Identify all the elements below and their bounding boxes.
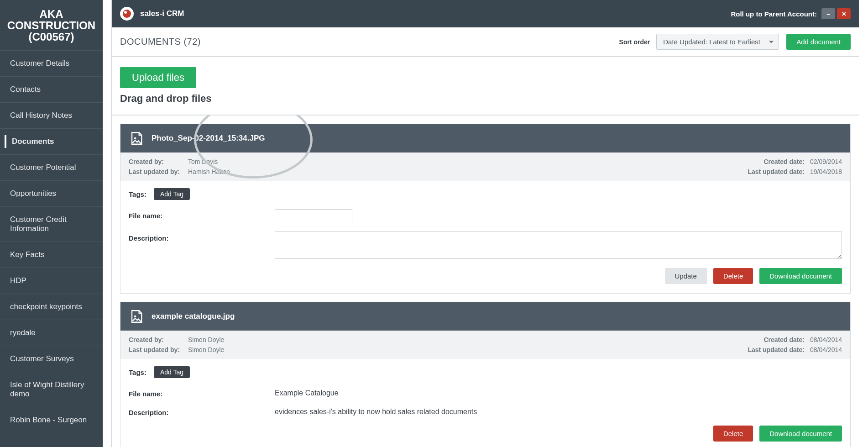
sidebar-item-opportunities[interactable]: Opportunities [0,180,103,206]
section-header: DOCUMENTS (72) Sort order Date Updated: … [112,27,859,57]
add-tag-button[interactable]: Add Tag [154,366,190,378]
image-file-icon [129,131,144,146]
created-by-label: Created by: [129,336,188,343]
sidebar-item-key-facts[interactable]: Key Facts [0,242,103,268]
sidebar-item-hdp[interactable]: HDP [0,268,103,294]
updated-by-label: Last updated by: [129,168,188,175]
rollup-collapse-button[interactable]: – [821,8,835,19]
brand-logo-icon [120,7,134,21]
sidebar-item-isle-of-wight-distillery-demo[interactable]: Isle of Wight Distillery demo [0,372,103,407]
created-by-value: Simon Doyle [188,336,224,343]
sidebar-item-robin-bone-surgeon[interactable]: Robin Bone - Surgeon [0,407,103,433]
file-name-label: File name: [129,209,275,223]
pane-divider [103,0,112,447]
tags-label: Tags: [129,368,146,376]
sort-order-select[interactable]: Date Updated: Latest to Earliest [656,34,779,50]
document-card: Photo_Sep-02-2014_15:34.JPG Created by: … [120,124,851,294]
created-by-label: Created by: [129,158,188,165]
created-date-label: Created date: [748,336,804,343]
created-by-value: Tom Davis [188,158,230,165]
document-title: example catalogue.jpg [152,312,235,321]
section-title: DOCUMENTS (72) [120,37,201,47]
sort-order-select-wrap: Date Updated: Latest to Earliest [656,34,779,50]
sidebar-nav: Customer DetailsContactsCall History Not… [0,50,103,433]
upload-files-button[interactable]: Upload files [120,67,196,88]
file-name-label: File name: [129,387,275,398]
sidebar-item-call-history-notes[interactable]: Call History Notes [0,102,103,128]
delete-button[interactable]: Delete [713,268,753,284]
updated-by-value: Hamish Halton [188,168,230,175]
brand-name: sales-i CRM [140,9,184,18]
document-body: Tags: Add Tag File name: Example Catalog… [120,359,850,447]
documents-scroll[interactable]: Upload files Drag and drop files Photo_S… [112,57,859,447]
sidebar-item-ryedale[interactable]: ryedale [0,320,103,346]
upload-zone: Upload files Drag and drop files [112,57,859,116]
add-document-button[interactable]: Add document [786,34,851,50]
updated-date-label: Last updated date: [748,346,804,353]
sidebar-item-documents[interactable]: Documents [0,128,103,154]
document-actions: Delete Download document [129,425,842,442]
account-title-line1: AKA [5,8,98,20]
description-value: evidences sales-i's ability to now hold … [275,406,477,416]
image-file-icon [129,309,144,324]
main-pane: sales-i CRM Roll up to Parent Account: –… [112,0,859,447]
description-label: Description: [129,406,275,416]
created-date-value: 02/09/2014 [810,158,842,165]
updated-date-label: Last updated date: [748,168,804,175]
document-title: Photo_Sep-02-2014_15:34.JPG [152,134,265,143]
updated-by-value: Simon Doyle [188,346,224,353]
sidebar-item-customer-potential[interactable]: Customer Potential [0,154,103,180]
topbar: sales-i CRM Roll up to Parent Account: –… [112,0,859,27]
updated-by-label: Last updated by: [129,346,188,353]
account-title: AKA CONSTRUCTION (C00567) [0,0,103,50]
description-input[interactable] [275,231,842,259]
sidebar-item-customer-surveys[interactable]: Customer Surveys [0,346,103,372]
updated-date-value: 08/04/2014 [810,346,842,353]
sidebar-item-contacts[interactable]: Contacts [0,76,103,102]
drag-drop-hint: Drag and drop files [120,93,851,105]
sidebar-item-checkpoint-keypoints[interactable]: checkpoint keypoints [0,294,103,320]
description-label: Description: [129,231,275,259]
document-meta: Created by: Simon Doyle Last updated by:… [120,331,850,359]
right-gutter [859,0,868,447]
updated-date-value: 19/04/2018 [810,168,842,175]
account-title-line3: (C00567) [5,31,98,42]
sort-order-label: Sort order [619,38,650,46]
document-meta: Created by: Tom Davis Last updated by: H… [120,153,850,181]
file-name-value: Example Catalogue [275,387,339,398]
tags-label: Tags: [129,190,146,198]
created-date-value: 08/04/2014 [810,336,842,343]
download-button[interactable]: Download document [759,426,842,442]
rollup-close-button[interactable]: ✕ [837,8,851,19]
file-name-input[interactable] [275,209,352,223]
download-button[interactable]: Download document [759,268,842,284]
sidebar-item-customer-details[interactable]: Customer Details [0,50,103,76]
document-actions: Update Delete Download document [129,267,842,284]
account-title-line2: CONSTRUCTION [5,20,98,31]
sidebar: AKA CONSTRUCTION (C00567) Customer Detai… [0,0,103,447]
rollup-label: Roll up to Parent Account: [731,10,817,18]
update-button[interactable]: Update [665,268,707,284]
document-header: example catalogue.jpg [120,302,850,331]
document-body: Tags: Add Tag File name: Description: Up… [120,181,850,293]
documents-list: Photo_Sep-02-2014_15:34.JPG Created by: … [112,124,859,447]
created-date-label: Created date: [748,158,804,165]
document-card: example catalogue.jpg Created by: Simon … [120,302,851,447]
add-tag-button[interactable]: Add Tag [154,188,190,200]
document-header: Photo_Sep-02-2014_15:34.JPG [120,124,850,153]
delete-button[interactable]: Delete [713,426,753,442]
sidebar-item-customer-credit-information[interactable]: Customer Credit Information [0,206,103,242]
